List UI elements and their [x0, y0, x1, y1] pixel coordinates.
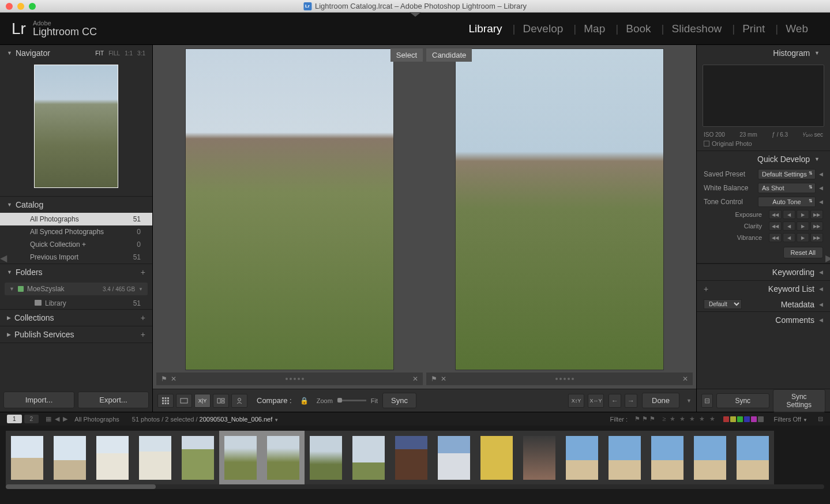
sync-settings-button[interactable]: Sync Settings [773, 389, 826, 412]
loupe-view-button[interactable] [176, 394, 192, 408]
histogram-display[interactable] [703, 65, 824, 127]
close-candidate-icon[interactable]: ✕ [682, 375, 688, 383]
expand-icon[interactable]: ◀ [819, 199, 823, 205]
flag-filter-icon[interactable]: ⚑ ⚑ ⚑ [634, 415, 655, 423]
filmstrip-thumb[interactable] [305, 431, 347, 485]
filmstrip-thumb[interactable] [91, 431, 134, 485]
module-book[interactable]: Book [615, 22, 661, 35]
swap-button[interactable]: X↕Y [568, 394, 584, 408]
metadata-preset-dropdown[interactable]: Default [704, 299, 742, 309]
sync-zoom-button[interactable]: Sync [382, 393, 416, 408]
filmstrip-thumb[interactable] [561, 431, 603, 485]
back-icon[interactable]: ◀ [55, 415, 59, 423]
filmstrip-thumb[interactable] [603, 431, 646, 485]
filmstrip-thumb[interactable] [262, 431, 305, 485]
catalog-item[interactable]: All Photographs51 [0, 213, 152, 225]
sync-switch-icon[interactable]: ⊟ [701, 394, 713, 408]
navigator-preview[interactable] [34, 65, 118, 188]
filmstrip-thumb[interactable] [134, 431, 176, 485]
prev-photo-button[interactable]: ← [609, 394, 621, 408]
source-label[interactable]: All Photographs [74, 416, 119, 423]
monitor-2-button[interactable]: 2 [24, 415, 39, 423]
filmstrip-scrollbar[interactable] [6, 484, 824, 489]
filmstrip-thumb[interactable] [6, 431, 48, 485]
add-keyword-icon[interactable]: + [704, 284, 708, 294]
module-develop[interactable]: Develop [513, 22, 574, 35]
window-close-button[interactable] [6, 3, 13, 10]
done-button[interactable]: Done [642, 393, 679, 408]
filmstrip-thumb[interactable] [518, 431, 561, 485]
make-select-button[interactable]: X↔Y [588, 394, 604, 408]
catalog-item[interactable]: Quick Collection +0 [0, 238, 152, 251]
quick-develop-header[interactable]: Quick Develop ▼ [697, 151, 830, 167]
histogram-header[interactable]: Histogram ▼ [697, 45, 830, 61]
top-panel-toggle[interactable] [410, 12, 421, 17]
reject-icon[interactable]: ✕ [441, 375, 446, 383]
keywording-header[interactable]: Keywording◀ [697, 264, 830, 280]
saved-preset-dropdown[interactable]: Default Settings [758, 169, 816, 179]
publish-services-header[interactable]: ▶Publish Services + [0, 326, 152, 343]
select-image[interactable] [185, 48, 394, 370]
color-label-dots[interactable] [286, 378, 304, 380]
auto-tone-button[interactable]: Auto Tone [758, 197, 816, 207]
close-select-icon[interactable]: ✕ [412, 375, 418, 383]
color-label-dots[interactable] [555, 378, 574, 380]
import-button[interactable]: Import... [3, 392, 74, 408]
white-balance-dropdown[interactable]: As Shot [758, 183, 816, 193]
module-map[interactable]: Map [573, 22, 615, 35]
folders-header[interactable]: ▼Folders + [0, 264, 152, 280]
grid-icon[interactable]: ▦ [46, 415, 51, 423]
folder-drive[interactable]: ▼ MoeSzyslak 3.4 / 465 GB ▼ [5, 283, 148, 295]
filter-lock-icon[interactable]: ⊟ [818, 415, 823, 423]
filmstrip[interactable] [0, 426, 830, 490]
filmstrip-thumb[interactable] [433, 431, 475, 485]
vibrance-adjust[interactable]: ◀◀◀▶▶▶ [769, 233, 823, 242]
rating-filter[interactable]: ≥ ★ ★ ★ ★ ★ [662, 415, 716, 423]
compare-view-button[interactable]: X|Y [194, 394, 211, 408]
filmstrip-thumb[interactable] [176, 431, 219, 485]
candidate-image[interactable] [455, 48, 664, 370]
catalog-item[interactable]: Previous Import51 [0, 251, 152, 264]
current-filename[interactable]: 20090503_Noble_006.nef [200, 416, 273, 423]
checkbox-icon[interactable] [704, 141, 709, 146]
metadata-header[interactable]: Default Metadata◀ [697, 297, 830, 311]
module-slideshow[interactable]: Slideshow [662, 22, 733, 35]
expand-icon[interactable]: ◀ [819, 185, 823, 191]
people-view-button[interactable] [231, 394, 247, 408]
module-web[interactable]: Web [775, 22, 818, 35]
filters-off-dropdown[interactable]: Filters Off ▼ [771, 415, 811, 424]
monitor-1-button[interactable]: 1 [7, 415, 22, 423]
navigator-header[interactable]: ▼Navigator FITFILL1:13:1 [0, 45, 152, 61]
zoom-lock-icon[interactable]: 🔒 [300, 397, 309, 405]
folder-item[interactable]: Library51 [0, 298, 152, 309]
filmstrip-thumb[interactable] [646, 431, 689, 485]
grid-view-button[interactable] [157, 394, 174, 408]
reject-icon[interactable]: ✕ [171, 375, 176, 383]
clarity-adjust[interactable]: ◀◀◀▶▶▶ [769, 221, 823, 231]
toolbar-menu-icon[interactable]: ▼ [686, 398, 692, 404]
filmstrip-thumb[interactable] [347, 431, 390, 485]
module-print[interactable]: Print [732, 22, 775, 35]
add-collection-icon[interactable]: + [141, 313, 145, 322]
catalog-header[interactable]: ▼Catalog [0, 197, 152, 213]
navigator-zoom-options[interactable]: FITFILL1:13:1 [95, 50, 145, 57]
comments-header[interactable]: Comments◀ [697, 311, 830, 328]
window-maximize-button[interactable] [29, 3, 36, 10]
export-button[interactable]: Export... [78, 392, 149, 408]
sync-button[interactable]: Sync [716, 393, 769, 408]
flag-icon[interactable]: ⚑ [161, 375, 167, 383]
reset-all-button[interactable]: Reset All [783, 247, 823, 258]
collections-header[interactable]: ▶Collections + [0, 310, 152, 326]
filmstrip-thumb[interactable] [48, 431, 91, 485]
survey-view-button[interactable] [213, 394, 229, 408]
add-publish-icon[interactable]: + [141, 330, 145, 339]
add-folder-icon[interactable]: + [141, 268, 145, 277]
filmstrip-thumb[interactable] [731, 431, 774, 485]
catalog-item[interactable]: All Synced Photographs0 [0, 225, 152, 238]
filmstrip-thumb[interactable] [475, 431, 518, 485]
filmstrip-thumb[interactable] [390, 431, 433, 485]
module-library[interactable]: Library [459, 22, 513, 35]
left-panel-toggle[interactable]: ◀ [0, 252, 5, 264]
exposure-adjust[interactable]: ◀◀◀▶▶▶ [769, 210, 823, 219]
keyword-list-header[interactable]: + Keyword List◀ [697, 280, 830, 297]
